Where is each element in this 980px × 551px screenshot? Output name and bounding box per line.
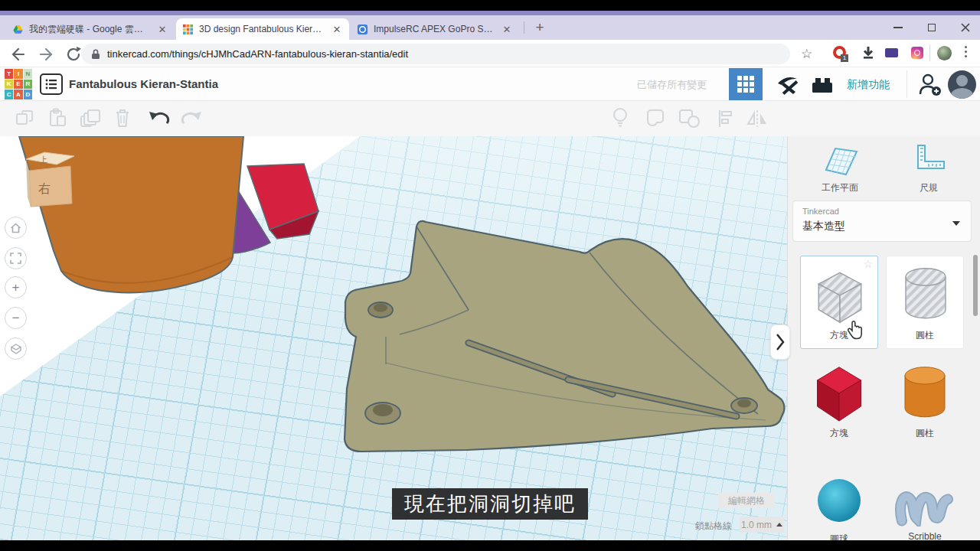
- restore-button[interactable]: [920, 15, 943, 40]
- sphere-thumb: [815, 476, 864, 525]
- chrome-menu-icon[interactable]: [965, 46, 968, 60]
- chevron-right-icon: [775, 332, 786, 352]
- shape-box-solid[interactable]: 方塊: [800, 361, 878, 440]
- home-view-button[interactable]: [5, 217, 27, 239]
- show-all-lightbulb-icon[interactable]: [611, 107, 629, 129]
- reload-icon[interactable]: [64, 45, 83, 64]
- caret-up-icon: [776, 523, 782, 527]
- forward-icon[interactable]: [37, 45, 55, 64]
- sidebar-scrollbar[interactable]: [973, 255, 978, 316]
- save-status: 已儲存所有變更: [637, 78, 707, 92]
- shape-label: 圓柱: [887, 329, 963, 342]
- browser-tabbar: 我的雲端硬碟 - Google 雲端硬碟 ✕ 3D design Fantabu…: [0, 15, 980, 40]
- bottom-letterbox: [0, 540, 980, 551]
- shape-scribble[interactable]: Scribble: [886, 481, 964, 542]
- home-icon: [10, 223, 21, 233]
- shape-library-dropdown[interactable]: Tinkercad 基本造型: [792, 201, 972, 242]
- workplane-label: 工作平面: [794, 181, 886, 194]
- group-icon[interactable]: [645, 109, 668, 129]
- 3d-viewport[interactable]: 上 右 + −: [0, 136, 787, 540]
- close-button[interactable]: [954, 15, 977, 40]
- zoom-out-button[interactable]: −: [5, 307, 27, 329]
- snap-grid-dropdown[interactable]: 1.0 mm: [740, 517, 784, 533]
- view-cube-top-label: 上: [39, 155, 47, 164]
- cylinder-hole-thumb: [900, 266, 951, 325]
- profile-avatar[interactable]: [937, 46, 952, 60]
- tab-impulserc[interactable]: ImpulseRC APEX GoPro Session C ✕: [351, 18, 519, 40]
- tan-mount-model[interactable]: [345, 221, 784, 452]
- extension-icon[interactable]: 1: [833, 46, 846, 59]
- chevron-down-icon: [952, 221, 960, 226]
- redo-icon[interactable]: [181, 109, 204, 128]
- invite-user-icon[interactable]: [917, 72, 943, 96]
- user-avatar[interactable]: [948, 70, 976, 99]
- ungroup-icon[interactable]: [678, 109, 701, 129]
- snap-grid-value: 1.0 mm: [741, 520, 772, 530]
- tab-close-icon[interactable]: ✕: [331, 24, 343, 35]
- google-drive-icon: [12, 24, 24, 35]
- red-box-thumb: [810, 361, 868, 424]
- ruler-tool[interactable]: 尺規: [883, 142, 975, 194]
- edit-grid-button[interactable]: 編輯網格: [718, 493, 775, 508]
- tab-title: ImpulseRC APEX GoPro Session C: [374, 24, 495, 34]
- bookmark-star-icon[interactable]: ☆: [801, 46, 812, 62]
- design-title[interactable]: Fantabulous Kieran-Stantia: [69, 77, 218, 90]
- header-divider: [906, 70, 907, 98]
- tinkercad-logo[interactable]: T I N K E R C A D: [5, 69, 32, 99]
- undo-icon[interactable]: [147, 109, 170, 128]
- paste-icon[interactable]: [47, 108, 67, 128]
- brick-icon[interactable]: [810, 75, 835, 95]
- ruler-label: 尺規: [883, 181, 975, 194]
- shape-sphere[interactable]: 圓球: [800, 476, 878, 546]
- dashboard-button[interactable]: [729, 68, 763, 100]
- minimize-button[interactable]: [887, 15, 910, 40]
- tab-google-drive[interactable]: 我的雲端硬碟 - Google 雲端硬碟 ✕: [6, 18, 175, 40]
- design-properties-button[interactable]: [40, 73, 63, 95]
- tinkercad-icon: [182, 24, 194, 35]
- tab-close-icon[interactable]: ✕: [501, 24, 513, 35]
- url-text: tinkercad.com/things/cHJMhCadARN-fantabu…: [107, 48, 408, 60]
- shape-box-hole[interactable]: ☆ 方塊: [800, 256, 878, 349]
- library-brand: Tinkercad: [802, 207, 962, 216]
- workplane-tool[interactable]: 工作平面: [794, 142, 886, 194]
- download-icon[interactable]: [861, 45, 876, 60]
- shape-cylinder-solid[interactable]: 圓柱: [886, 364, 964, 440]
- snap-grid-label: 鎖點格線: [695, 520, 732, 533]
- instagram-icon[interactable]: [911, 47, 923, 59]
- tab-title: 3D design Fantabulous Kieran-St: [199, 24, 325, 34]
- perspective-toggle-button[interactable]: [5, 337, 27, 360]
- screen: 我的雲端硬碟 - Google 雲端硬碟 ✕ 3D design Fantabu…: [0, 0, 980, 551]
- restore-icon: [928, 24, 936, 31]
- new-tab-button[interactable]: +: [530, 18, 550, 37]
- video-subtitle: 現在把洞洞切掉吧: [392, 488, 588, 520]
- shape-label: 方塊: [800, 427, 878, 440]
- perspective-icon: [10, 343, 22, 355]
- shape-label: 方塊: [801, 329, 877, 342]
- shape-label: 圓柱: [886, 427, 964, 440]
- tab-tinkercad[interactable]: 3D design Fantabulous Kieran-St ✕: [176, 18, 349, 40]
- scribble-thumb: [894, 481, 956, 527]
- minimize-icon: [893, 27, 903, 28]
- whats-new-link[interactable]: 新增功能: [847, 78, 890, 92]
- fit-view-button[interactable]: [5, 247, 27, 269]
- avatar-head: [956, 75, 968, 86]
- fit-view-icon: [10, 253, 21, 264]
- back-icon[interactable]: [9, 45, 28, 64]
- tab-close-icon[interactable]: ✕: [156, 24, 168, 35]
- shapes-sidebar: 工作平面 尺規 Tinkercad 基本造型 ☆: [787, 136, 980, 540]
- scene-canvas: 上 右: [0, 136, 787, 540]
- url-bar[interactable]: tinkercad.com/things/cHJMhCadARN-fantabu…: [81, 44, 790, 64]
- duplicate-icon[interactable]: [80, 109, 101, 129]
- minecraft-pickaxe-icon[interactable]: [775, 73, 799, 96]
- copy-icon[interactable]: [15, 109, 35, 128]
- lock-icon: [90, 48, 101, 60]
- panel-collapse-handle[interactable]: [770, 324, 790, 360]
- workplane-icon: [820, 142, 860, 176]
- shape-cylinder-hole[interactable]: 圓柱: [886, 256, 964, 349]
- extension2-icon[interactable]: [885, 48, 898, 57]
- instagram-lens: [914, 50, 920, 56]
- delete-icon[interactable]: [113, 108, 132, 128]
- mirror-icon[interactable]: [746, 109, 769, 129]
- align-icon[interactable]: [715, 109, 735, 129]
- zoom-in-button[interactable]: +: [5, 276, 27, 298]
